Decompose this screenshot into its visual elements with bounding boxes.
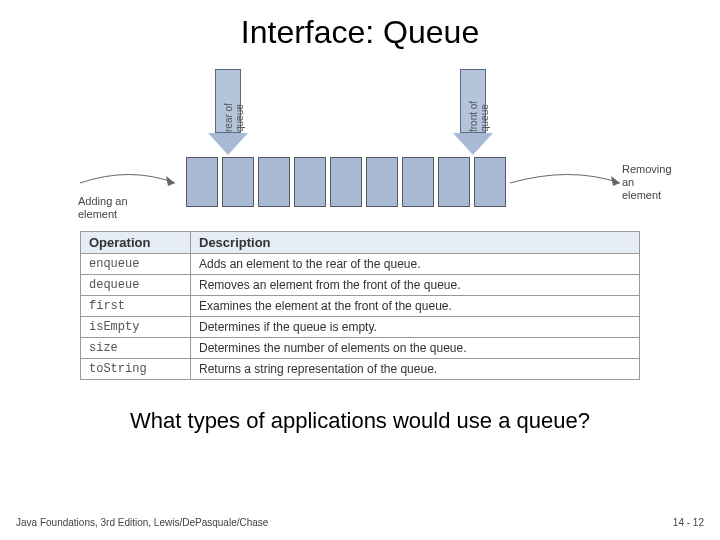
svg-marker-1 [611, 176, 620, 186]
table-row: sizeDetermines the number of elements on… [81, 338, 640, 359]
operations-table-wrap: Operation Description enqueueAdds an ele… [80, 231, 640, 380]
queue-cell [294, 157, 326, 207]
table-row: firstExamines the element at the front o… [81, 296, 640, 317]
col-description: Description [191, 232, 640, 254]
op-name: size [81, 338, 191, 359]
op-desc: Adds an element to the rear of the queue… [191, 254, 640, 275]
op-name: enqueue [81, 254, 191, 275]
rear-label: rear of queue [223, 88, 245, 132]
queue-cell [438, 157, 470, 207]
rear-arrow-body: rear of queue [215, 69, 241, 133]
queue-cell [366, 157, 398, 207]
footer-left: Java Foundations, 3rd Edition, Lewis/DeP… [16, 517, 268, 528]
table-row: dequeueRemoves an element from the front… [81, 275, 640, 296]
queue-cells [186, 157, 506, 207]
op-name: toString [81, 359, 191, 380]
slide-title: Interface: Queue [0, 0, 720, 59]
footer-right: 14 - 12 [673, 517, 704, 528]
op-name: dequeue [81, 275, 191, 296]
queue-cell [258, 157, 290, 207]
svg-marker-0 [166, 176, 175, 186]
question-text: What types of applications would use a q… [0, 408, 720, 434]
op-name: isEmpty [81, 317, 191, 338]
col-operation: Operation [81, 232, 191, 254]
op-desc: Returns a string representation of the q… [191, 359, 640, 380]
op-desc: Examines the element at the front of the… [191, 296, 640, 317]
queue-cell [222, 157, 254, 207]
op-desc: Removes an element from the front of the… [191, 275, 640, 296]
op-desc: Determines the number of elements on the… [191, 338, 640, 359]
op-name: first [81, 296, 191, 317]
table-row: isEmptyDetermines if the queue is empty. [81, 317, 640, 338]
footer: Java Foundations, 3rd Edition, Lewis/DeP… [16, 517, 704, 528]
op-desc: Determines if the queue is empty. [191, 317, 640, 338]
queue-cell [186, 157, 218, 207]
table-row: toStringReturns a string representation … [81, 359, 640, 380]
rear-arrow-head-icon [208, 133, 248, 155]
front-arrow-head-icon [453, 133, 493, 155]
queue-diagram: rear of queue front of queue Adding anel… [40, 59, 680, 219]
remove-arrow-icon [510, 171, 630, 201]
table-row: enqueueAdds an element to the rear of th… [81, 254, 640, 275]
front-arrow-body: front of queue [460, 69, 486, 133]
add-label: Adding anelement [78, 195, 128, 221]
queue-cell [330, 157, 362, 207]
remove-label: Removing anelement [622, 163, 680, 203]
queue-cell [474, 157, 506, 207]
front-label: front of queue [468, 88, 490, 132]
queue-cell [402, 157, 434, 207]
operations-table: Operation Description enqueueAdds an ele… [80, 231, 640, 380]
